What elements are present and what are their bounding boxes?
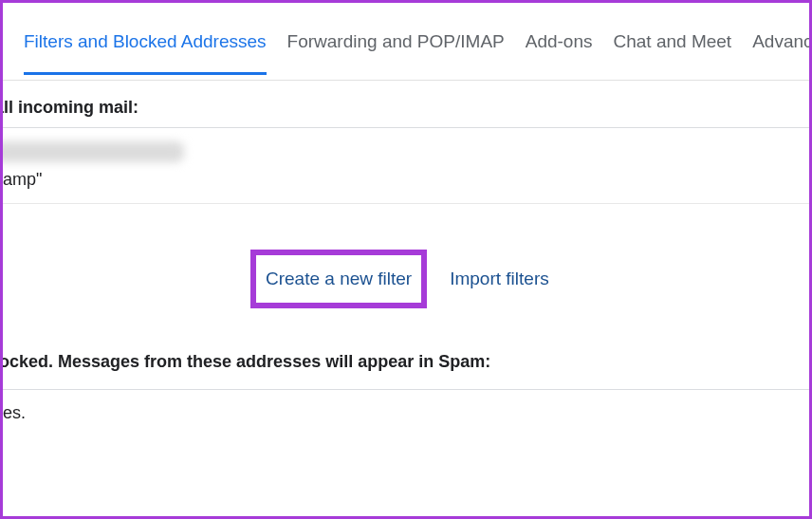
blocked-addresses-text: ses. bbox=[0, 390, 809, 436]
blocked-section-header: locked. Messages from these addresses wi… bbox=[0, 346, 809, 390]
filter-address-redacted bbox=[0, 141, 184, 162]
filter-actions: Create a new filter Import filters bbox=[6, 204, 809, 346]
filters-section-header: all incoming mail: bbox=[0, 81, 809, 127]
tab-add-ons[interactable]: Add-ons bbox=[526, 31, 593, 75]
import-filters-link[interactable]: Import filters bbox=[450, 269, 549, 289]
settings-tabs: Filters and Blocked Addresses Forwarding… bbox=[3, 3, 809, 81]
tab-advanced[interactable]: Advanced bbox=[752, 31, 812, 75]
tab-filters-blocked[interactable]: Filters and Blocked Addresses bbox=[24, 31, 267, 75]
create-filter-link[interactable]: Create a new filter bbox=[266, 269, 412, 288]
highlight-annotation: Create a new filter bbox=[250, 250, 427, 308]
filter-item[interactable]: camp" bbox=[0, 127, 809, 204]
tab-chat-meet[interactable]: Chat and Meet bbox=[614, 31, 732, 75]
tab-forwarding-pop-imap[interactable]: Forwarding and POP/IMAP bbox=[287, 31, 505, 75]
filter-criteria-text: camp" bbox=[0, 170, 809, 190]
settings-content: all incoming mail: camp" Create a new fi… bbox=[3, 81, 809, 436]
